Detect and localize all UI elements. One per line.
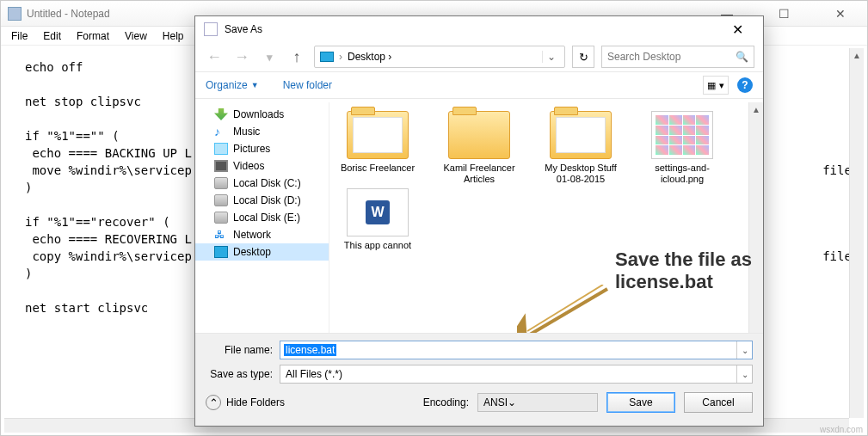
file-item[interactable]: settings-and-icloud.png — [639, 111, 725, 185]
search-placeholder: Search Desktop — [607, 51, 680, 63]
refresh-button[interactable]: ↻ — [572, 46, 594, 68]
file-label: Kamil Freelancer Articles — [436, 163, 522, 185]
dl-icon — [214, 108, 228, 120]
menu-format[interactable]: Format — [70, 28, 116, 43]
encoding-label: Encoding: — [423, 396, 469, 408]
tree-item-label: Desktop — [233, 246, 271, 258]
tree-item-videos[interactable]: Videos — [195, 157, 329, 175]
filename-dropdown[interactable]: ⌄ — [736, 341, 752, 359]
menu-help[interactable]: Help — [156, 28, 191, 43]
scroll-up-icon[interactable]: ▲ — [850, 48, 864, 63]
notepad-icon — [8, 7, 22, 21]
watermark: wsxdn.com — [820, 425, 863, 434]
disk-icon — [214, 177, 228, 189]
new-folder-button[interactable]: New folder — [283, 79, 332, 91]
tree-item-label: Local Disk (E:) — [233, 212, 300, 224]
up-level-button[interactable]: ↑ — [286, 46, 307, 67]
tree-item-label: Videos — [233, 160, 264, 172]
savetype-select[interactable]: All Files (*.*) ⌄ — [280, 365, 753, 384]
filename-label: File name: — [206, 344, 280, 356]
save-button[interactable]: Save — [606, 392, 675, 413]
file-list-scrollbar[interactable]: ▲ — [748, 102, 763, 333]
encoding-dropdown-icon: ⌄ — [508, 396, 516, 408]
file-item[interactable]: Kamil Freelancer Articles — [436, 111, 522, 185]
tree-item-label: Music — [233, 126, 260, 138]
tree-item-label: Local Disk (D:) — [233, 194, 301, 206]
filename-value: license.bat — [284, 344, 336, 356]
chevron-up-icon: ⌃ — [206, 395, 221, 410]
cancel-button[interactable]: Cancel — [684, 392, 753, 413]
breadcrumb-text: Desktop › — [348, 51, 391, 63]
tree-item-pictures[interactable]: Pictures — [195, 140, 329, 157]
disk-icon — [214, 212, 228, 224]
search-icon: 🔍 — [736, 51, 748, 63]
net-icon: 🖧 — [214, 229, 228, 241]
annotation: Save the file as license.bat — [615, 249, 752, 293]
dialog-footer: File name: license.bat ⌄ Save as type: A… — [195, 333, 763, 426]
hide-folders-button[interactable]: ⌃ Hide Folders — [206, 395, 285, 410]
tree-item-label: Network — [233, 229, 271, 241]
dialog-titlebar: Save As ✕ — [195, 16, 763, 42]
tree-item-downloads[interactable]: Downloads — [195, 106, 329, 123]
this-pc-icon — [320, 52, 334, 62]
breadcrumb[interactable]: › Desktop › ⌄ — [314, 46, 565, 68]
view-options-button[interactable]: ▦ ▾ — [703, 76, 729, 95]
forward-button: → — [231, 46, 252, 67]
tree-item-network[interactable]: 🖧Network — [195, 226, 329, 243]
music-icon: ♪ — [214, 126, 228, 138]
savetype-dropdown-icon: ⌄ — [736, 365, 752, 383]
savetype-value: All Files (*.*) — [286, 368, 342, 380]
vid-icon — [214, 160, 228, 172]
file-label: My Desktop Stuff 01-08-2015 — [538, 163, 624, 185]
tree-item-music[interactable]: ♪Music — [195, 123, 329, 140]
up-button[interactable]: ▾ — [259, 46, 280, 67]
navigation-tree: Downloads♪MusicPicturesVideosLocal Disk … — [195, 102, 329, 333]
tree-item-local-disk-e-[interactable]: Local Disk (E:) — [195, 209, 329, 226]
file-label: Borisc Freelancer — [335, 163, 421, 174]
dialog-close-button[interactable]: ✕ — [720, 21, 754, 38]
tree-item-label: Pictures — [233, 143, 270, 155]
dialog-content: Downloads♪MusicPicturesVideosLocal Disk … — [195, 102, 763, 333]
breadcrumb-dropdown[interactable]: ⌄ — [542, 51, 559, 63]
tree-item-label: Downloads — [233, 108, 284, 120]
disk-icon — [214, 194, 228, 206]
dialog-toolbar: Organize▼ New folder ▦ ▾ ? — [195, 71, 763, 99]
encoding-select[interactable]: ANSI ⌄ — [477, 393, 598, 412]
filename-input[interactable]: license.bat ⌄ — [280, 341, 753, 359]
pic-icon — [214, 143, 228, 155]
close-button[interactable]: ✕ — [821, 2, 860, 26]
file-thumb — [550, 111, 612, 159]
nav-row: ← → ▾ ↑ › Desktop › ⌄ ↻ Search Desktop 🔍 — [195, 42, 763, 71]
tree-item-local-disk-d-[interactable]: Local Disk (D:) — [195, 192, 329, 209]
back-button[interactable]: ← — [204, 46, 225, 67]
file-item[interactable]: My Desktop Stuff 01-08-2015 — [538, 111, 624, 185]
tree-item-desktop[interactable]: Desktop — [195, 243, 329, 261]
tree-item-label: Local Disk (C:) — [233, 177, 301, 189]
vertical-scrollbar[interactable]: ▲ — [849, 48, 864, 418]
savetype-label: Save as type: — [206, 368, 280, 380]
desk-icon — [214, 246, 228, 258]
menu-file[interactable]: File — [4, 28, 34, 43]
file-thumb — [448, 111, 510, 159]
file-thumb — [651, 111, 713, 159]
file-item[interactable]: Borisc Freelancer — [335, 111, 421, 185]
help-button[interactable]: ? — [737, 77, 753, 93]
search-input[interactable]: Search Desktop 🔍 — [601, 46, 754, 68]
dialog-icon — [204, 22, 218, 36]
file-label: This app cannot — [335, 240, 421, 251]
tree-item-local-disk-c-[interactable]: Local Disk (C:) — [195, 175, 329, 192]
file-thumb: W — [347, 188, 409, 236]
dialog-title: Save As — [225, 23, 720, 35]
file-item[interactable]: WThis app cannot — [335, 188, 421, 251]
file-label: settings-and-icloud.png — [639, 163, 725, 185]
maximize-button[interactable]: ☐ — [764, 2, 803, 26]
menu-view[interactable]: View — [118, 28, 154, 43]
menu-edit[interactable]: Edit — [36, 28, 68, 43]
save-as-dialog: Save As ✕ ← → ▾ ↑ › Desktop › ⌄ ↻ Search… — [194, 15, 764, 427]
scroll-up-icon[interactable]: ▲ — [749, 102, 763, 117]
organize-button[interactable]: Organize▼ — [206, 79, 259, 91]
annotation-arrow-icon — [517, 285, 612, 333]
file-thumb — [347, 111, 409, 159]
file-list: Borisc FreelancerKamil Freelancer Articl… — [329, 102, 763, 333]
